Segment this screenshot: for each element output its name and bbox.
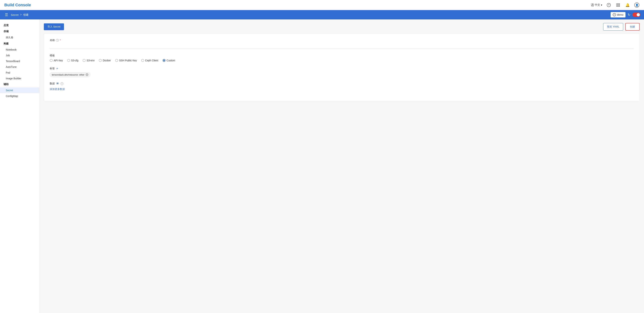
help-icon: ? bbox=[607, 3, 611, 7]
tags-section: 标签 + tensorstack.dev/resource: other ✕ bbox=[50, 67, 634, 77]
radio-option-s3-env[interactable]: S3-env bbox=[83, 59, 94, 62]
breadcrumb-parent: Secret bbox=[11, 13, 18, 16]
data-help-icon[interactable]: ? bbox=[60, 82, 64, 85]
sub-header: ☰ Secret > 创建 ● demo ↻ bbox=[0, 10, 644, 20]
toggle-switch[interactable] bbox=[632, 13, 640, 17]
radio-circle-docker bbox=[99, 59, 102, 62]
preview-yaml-button[interactable]: 预览 YAML bbox=[603, 23, 623, 31]
radio-option-docker[interactable]: Docker bbox=[99, 59, 111, 62]
name-label: 名称 ? * bbox=[50, 39, 634, 42]
apps-button[interactable] bbox=[615, 2, 621, 8]
tags-list: tensorstack.dev/resource: other ✕ bbox=[50, 72, 634, 77]
sidebar-item-pod[interactable]: Pod bbox=[0, 70, 39, 76]
tag-chip-text: tensorstack.dev/resource: other bbox=[52, 73, 84, 76]
breadcrumb-current: 创建 bbox=[23, 13, 28, 17]
template-radio-group: API Key S3-cfg S3-env Docker bbox=[50, 59, 634, 62]
bell-icon: 🔔 bbox=[625, 3, 630, 7]
sidebar: 总览 存储 持久卷 构建 Notebook Job TensorBoard Au… bbox=[0, 20, 40, 313]
tag-remove-button[interactable]: ✕ bbox=[86, 73, 88, 76]
sidebar-section-build: 构建 bbox=[0, 41, 39, 47]
chevron-down-icon: ▾ bbox=[601, 4, 602, 7]
sidebar-section-auxiliary: 辅助 bbox=[0, 81, 39, 87]
top-header-right: 语 中文 ▾ ? 🔔 👤 bbox=[591, 2, 640, 8]
sidebar-item-notebook[interactable]: Notebook bbox=[0, 47, 39, 53]
radio-circle-s3-cfg bbox=[67, 59, 70, 62]
translate-icon: 语 bbox=[591, 3, 594, 7]
sidebar-item-configmap[interactable]: ConfigMap bbox=[0, 93, 39, 99]
namespace-label: demo bbox=[617, 13, 623, 16]
radio-option-ssh-public-key[interactable]: SSH Public Key bbox=[115, 59, 137, 62]
sidebar-item-persistent-volume[interactable]: 持久卷 bbox=[0, 35, 39, 41]
content-area: 导入 Secret 预览 YAML 创建 名称 ? * 模板 bbox=[40, 20, 644, 313]
action-bar: 导入 Secret 预览 YAML 创建 bbox=[44, 23, 640, 31]
sub-header-left: ☰ Secret > 创建 bbox=[4, 12, 28, 18]
create-button[interactable]: 创建 bbox=[625, 23, 640, 31]
help-button[interactable]: ? bbox=[606, 2, 612, 8]
radio-option-custom[interactable]: Custom bbox=[162, 59, 175, 62]
app-title: Build Console bbox=[4, 3, 31, 7]
action-bar-right: 预览 YAML 创建 bbox=[603, 23, 640, 31]
radio-circle-custom bbox=[162, 59, 166, 62]
breadcrumb-separator: > bbox=[20, 13, 22, 16]
sidebar-section-overview: 总览 bbox=[0, 22, 39, 29]
name-input[interactable] bbox=[50, 44, 634, 49]
radio-circle-api-key bbox=[50, 59, 53, 62]
apps-icon bbox=[616, 4, 620, 7]
reload-button[interactable]: ↻ bbox=[628, 13, 630, 17]
tag-chip: tensorstack.dev/resource: other ✕ bbox=[50, 72, 90, 77]
namespace-icon: ● bbox=[613, 13, 616, 16]
main-layout: 总览 存储 持久卷 构建 Notebook Job TensorBoard Au… bbox=[0, 20, 644, 313]
radio-option-ceph-client[interactable]: Ceph Client bbox=[141, 59, 158, 62]
add-data-link[interactable]: 添加更多数据 bbox=[50, 88, 65, 91]
language-label: 中文 bbox=[595, 3, 600, 7]
eye-icon[interactable]: 👁 bbox=[56, 82, 59, 85]
sidebar-section-storage: 存储 bbox=[0, 29, 39, 35]
radio-circle-ceph-client bbox=[141, 59, 144, 62]
radio-option-s3-cfg[interactable]: S3-cfg bbox=[67, 59, 78, 62]
sub-header-right: ● demo ↻ bbox=[610, 12, 640, 18]
name-help-icon[interactable]: ? bbox=[56, 39, 59, 42]
template-label: 模板 bbox=[50, 54, 634, 57]
radio-circle-s3-env bbox=[83, 59, 86, 62]
import-secret-button[interactable]: 导入 Secret bbox=[44, 23, 64, 30]
radio-option-api-key[interactable]: API Key bbox=[50, 59, 63, 62]
sidebar-item-tensorboard[interactable]: TensorBoard bbox=[0, 58, 39, 64]
name-section: 名称 ? * bbox=[50, 39, 634, 49]
sidebar-item-image-builder[interactable]: Image Builder bbox=[0, 76, 39, 81]
data-section: 数据 👁 ? 添加更多数据 bbox=[50, 82, 634, 91]
tags-label: 标签 + bbox=[50, 67, 634, 70]
top-header: Build Console 语 中文 ▾ ? 🔔 👤 bbox=[0, 0, 644, 10]
form-card: 名称 ? * 模板 API Key S3 bbox=[44, 34, 640, 101]
top-header-left: Build Console bbox=[4, 3, 31, 7]
notifications-button[interactable]: 🔔 bbox=[624, 2, 630, 8]
menu-icon: ☰ bbox=[5, 13, 8, 17]
sidebar-item-secret[interactable]: Secret bbox=[0, 87, 39, 93]
sidebar-item-autotune[interactable]: AutoTune bbox=[0, 64, 39, 70]
account-button[interactable]: 👤 bbox=[634, 2, 640, 8]
data-label: 数据 👁 ? bbox=[50, 82, 634, 85]
template-section: 模板 API Key S3-cfg S3-env bbox=[50, 54, 634, 62]
reload-icon: ↻ bbox=[628, 13, 630, 17]
account-icon: 👤 bbox=[634, 3, 639, 8]
language-selector[interactable]: 语 中文 ▾ bbox=[591, 3, 602, 7]
namespace-button[interactable]: ● demo bbox=[610, 12, 626, 18]
sidebar-item-job[interactable]: Job bbox=[0, 53, 39, 58]
menu-button[interactable]: ☰ bbox=[4, 12, 9, 18]
required-indicator: * bbox=[60, 39, 61, 42]
add-tag-button[interactable]: + bbox=[56, 67, 58, 70]
radio-circle-ssh-public-key bbox=[115, 59, 118, 62]
